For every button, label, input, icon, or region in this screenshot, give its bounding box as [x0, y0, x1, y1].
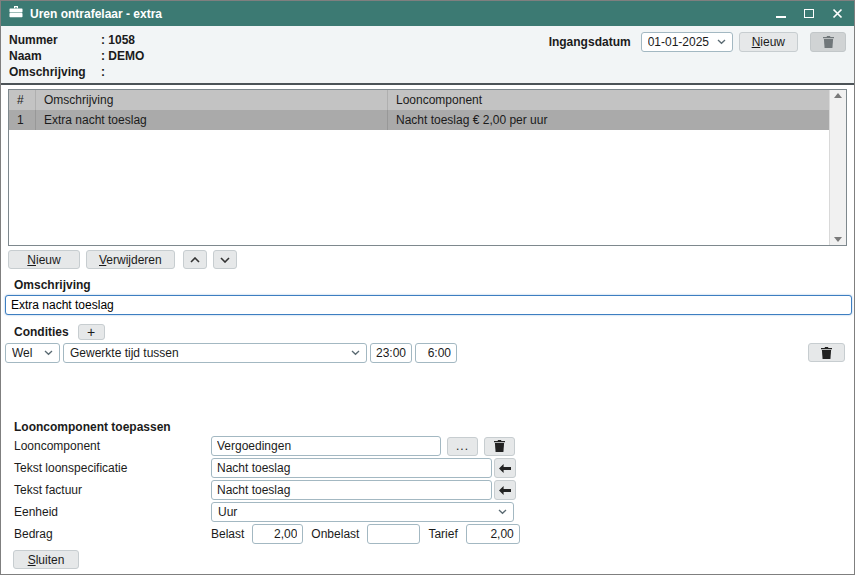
bedrag-label: Bedrag [14, 527, 211, 541]
browse-looncomponent-button[interactable]: ... [447, 437, 478, 456]
conditie-row: Wel Gewerkte tijd tussen [5, 343, 850, 363]
chevron-down-icon [717, 39, 726, 45]
verwijderen-button[interactable]: Verwijderen [86, 250, 175, 269]
trash-icon [823, 36, 834, 48]
belast-label: Belast [211, 527, 244, 541]
tarief-input[interactable] [466, 524, 520, 544]
scroll-up-icon[interactable] [834, 93, 842, 98]
onbelast-label: Onbelast [311, 527, 359, 541]
nummer-label: Nummer [9, 33, 101, 47]
onbelast-input[interactable] [367, 524, 420, 544]
naam-label: Naam [9, 49, 101, 63]
omschrijving-header-value: : [101, 65, 105, 79]
time-to-input[interactable] [415, 343, 457, 363]
add-conditie-button[interactable]: + [78, 324, 105, 340]
chevron-down-icon [44, 350, 53, 356]
ontrafel-regels-table: # Omschrijving Looncomponent 1 Extra nac… [8, 89, 847, 246]
eenheid-select[interactable]: Uur [211, 502, 514, 522]
belast-input[interactable] [252, 524, 303, 544]
copy-factuur-button[interactable] [494, 480, 516, 500]
arrow-left-icon [499, 464, 511, 473]
omschrijving-section-label: Omschrijving [14, 278, 854, 292]
looncomponent-label: Looncomponent [14, 439, 211, 453]
header-delete-button[interactable] [810, 32, 846, 52]
eenheid-label: Eenheid [14, 505, 211, 519]
chevron-down-icon [351, 350, 360, 356]
close-button[interactable] [830, 7, 844, 21]
omschrijving-header-label: Omschrijving [9, 65, 101, 79]
dialog-window: Uren ontrafelaar - extra Nummer : 1058 N… [0, 0, 855, 575]
condities-label: Condities [14, 325, 69, 339]
toolbox-icon [9, 6, 23, 21]
time-from-input[interactable] [370, 343, 412, 363]
looncomponent-section-heading: Looncomponent toepassen [14, 420, 854, 434]
delete-conditie-button[interactable] [808, 343, 845, 362]
naam-value: : DEMO [101, 49, 144, 63]
row-looncomponent: Nacht toeslag € 2,00 per uur [388, 110, 829, 130]
ingangsdatum-select[interactable]: 01-01-2025 [641, 32, 733, 52]
header-panel: Nummer : 1058 Naam : DEMO Omschrijving :… [1, 26, 854, 85]
nummer-value: : 1058 [101, 33, 135, 47]
ingangsdatum-label: Ingangsdatum [549, 35, 631, 49]
tekst-factuur-label: Tekst factuur [14, 483, 211, 497]
nieuw-button[interactable]: Nieuw [8, 250, 80, 269]
sluiten-button[interactable]: Sluiten [13, 550, 79, 569]
looncomponent-input[interactable] [211, 436, 441, 456]
table-row[interactable]: 1 Extra nacht toeslag Nacht toeslag € 2,… [9, 110, 829, 130]
list-actions: Nieuw Verwijderen [8, 250, 854, 269]
wel-select[interactable]: Wel [5, 343, 60, 363]
chevron-down-icon [220, 257, 230, 263]
column-header-omschrijving[interactable]: Omschrijving [36, 90, 388, 110]
tekst-loonspecificatie-input[interactable] [211, 458, 492, 478]
tekst-loonspecificatie-label: Tekst loonspecificatie [14, 461, 211, 475]
chevron-up-icon [190, 257, 200, 263]
maximize-button[interactable] [802, 7, 816, 21]
chevron-down-icon [498, 509, 507, 515]
titlebar: Uren ontrafelaar - extra [1, 1, 854, 26]
tarief-label: Tarief [428, 527, 457, 541]
conditie-type-select[interactable]: Gewerkte tijd tussen [63, 343, 367, 363]
trash-icon [494, 440, 505, 452]
arrow-left-icon [499, 486, 511, 495]
row-omschrijving: Extra nacht toeslag [36, 110, 388, 130]
table-header-row: # Omschrijving Looncomponent [9, 90, 829, 110]
window-title: Uren ontrafelaar - extra [30, 7, 767, 21]
move-up-button[interactable] [183, 250, 207, 269]
scroll-down-icon[interactable] [834, 237, 842, 242]
column-header-looncomponent[interactable]: Looncomponent [388, 90, 829, 110]
copy-loonspecificatie-button[interactable] [494, 458, 516, 478]
clear-looncomponent-button[interactable] [484, 437, 515, 456]
minimize-button[interactable] [774, 7, 788, 21]
move-down-button[interactable] [213, 250, 237, 269]
header-nieuw-button[interactable]: Nieuw [739, 32, 798, 52]
column-header-num[interactable]: # [9, 90, 36, 110]
tekst-factuur-input[interactable] [211, 480, 492, 500]
table-scrollbar[interactable] [829, 90, 846, 245]
omschrijving-input[interactable] [5, 295, 852, 315]
trash-icon [821, 347, 832, 359]
row-num: 1 [9, 110, 36, 130]
